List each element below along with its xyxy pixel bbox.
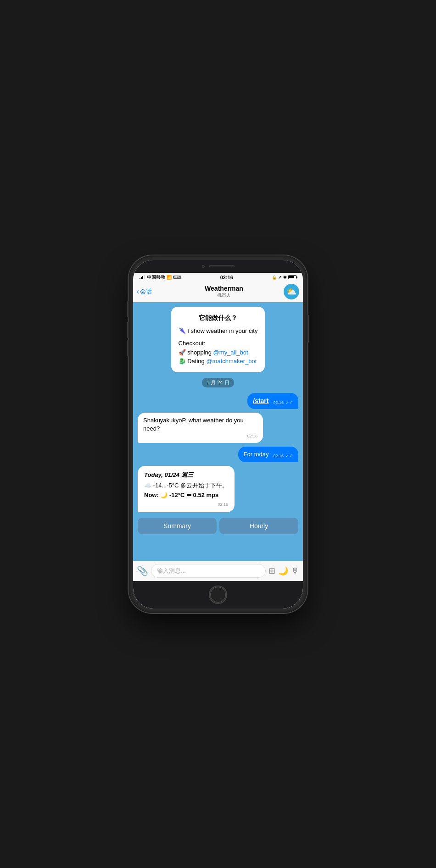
speaker-bar — [209, 265, 235, 267]
message-bubble-weather-query: ShakuyakukyoP, what weather do you need?… — [138, 413, 263, 443]
camera-dot — [202, 265, 205, 268]
signal-bar-2 — [141, 277, 142, 279]
summary-button[interactable]: Summary — [138, 518, 217, 534]
chat-title: Weatherman — [164, 285, 284, 293]
emoji-icon[interactable]: 🌙 — [278, 566, 288, 576]
time-display: 02:16 — [220, 275, 233, 280]
message-text-for-today: For today — [244, 450, 269, 459]
home-button[interactable] — [209, 586, 227, 604]
check-marks-for-today: ✓✓ — [285, 453, 293, 459]
navigation-bar: ‹ 会话 Weatherman 机器人 ⛅ — [133, 282, 303, 302]
nav-title-area: Weatherman 机器人 — [164, 285, 284, 299]
attach-icon[interactable]: 📎 — [137, 565, 148, 576]
input-placeholder: 输入消息... — [157, 567, 186, 575]
shopping-text: shopping — [187, 349, 213, 356]
phone-top-bar — [133, 260, 303, 273]
message-input[interactable]: 输入消息... — [151, 564, 266, 578]
message-time-for-today: 02:16 — [273, 453, 284, 459]
wifi-icon: 📶 — [167, 275, 172, 280]
back-label[interactable]: 会话 — [140, 287, 152, 296]
date-separator: 1 月 24 日 — [138, 378, 298, 387]
bluetooth-icon: ✱ — [283, 275, 287, 280]
message-time-start: 02:16 — [273, 400, 284, 406]
signal-bar-4 — [144, 275, 145, 279]
chat-area: 它能做什么？ 🌂 I show weather in your city Che… — [133, 302, 303, 561]
message-row-start: /start 02:16 ✓✓ — [138, 393, 298, 409]
battery-icon — [288, 275, 296, 279]
welcome-line1: 🌂 I show weather in your city — [179, 326, 258, 336]
bot-avatar-icon: ⛅ — [286, 287, 296, 297]
shopping-icon: 🚀 — [179, 349, 186, 356]
weather-now: Now: 🌙 -12°C ⬅ 0.52 mps — [144, 491, 228, 500]
dating-link[interactable]: @matchmaker_bot — [206, 358, 257, 365]
welcome-title: 它能做什么？ — [179, 313, 258, 323]
action-buttons: Summary Hourly — [138, 518, 298, 534]
message-bubble-for-today: For today 02:16 ✓✓ — [238, 447, 298, 462]
message-row-weather-query: ShakuyakukyoP, what weather do you need?… — [138, 413, 298, 443]
weather-temp: ☁️ -14...-5°C 多云开始于下午。 — [144, 481, 228, 491]
bot-avatar[interactable]: ⛅ — [284, 284, 299, 299]
phone-bottom-bar — [133, 581, 303, 608]
shopping-line: 🚀 shopping @my_ali_bot — [179, 348, 258, 357]
checkout-text: Checkout: — [179, 340, 206, 347]
lock-icon: 🔒 — [272, 275, 277, 280]
weather-time: 02:16 — [218, 501, 228, 508]
signal-bar-3 — [142, 276, 143, 279]
message-text-weather-query: ShakuyakukyoP, what weather do you need? — [143, 417, 244, 432]
dating-icon: 🐉 — [179, 358, 186, 365]
signal-bar-1 — [140, 278, 140, 279]
dating-text: Dating — [187, 358, 206, 365]
date-pill: 1 月 24 日 — [202, 378, 234, 387]
carrier-label: 中国移动 — [147, 274, 165, 281]
check-marks-start: ✓✓ — [285, 400, 293, 406]
checkout-label: Checkout: — [179, 339, 258, 348]
message-text-start: /start — [253, 397, 268, 406]
message-row-weather: Today, 01/24 週三 ☁️ -14...-5°C 多云开始于下午。 N… — [138, 466, 298, 512]
weather-title: Today, 01/24 週三 — [144, 470, 228, 480]
vpn-badge: VPN — [173, 276, 181, 279]
phone-device: 中国移动 📶 VPN 02:16 🔒 ↗ ✱ ‹ 会话 Weatherman — [129, 255, 307, 613]
battery-fill — [289, 276, 294, 278]
location-icon: ↗ — [278, 275, 282, 280]
home-button-inner — [210, 587, 226, 603]
message-bubble-start: /start 02:16 ✓✓ — [247, 393, 298, 409]
message-row-for-today: For today 02:16 ✓✓ — [138, 447, 298, 462]
shopping-link[interactable]: @my_ali_bot — [213, 349, 248, 356]
chat-subtitle: 机器人 — [164, 292, 284, 299]
dating-line: 🐉 Dating @matchmaker_bot — [179, 357, 258, 366]
chevron-left-icon: ‹ — [137, 287, 139, 296]
hourly-button[interactable]: Hourly — [219, 518, 298, 534]
signal-bars — [140, 275, 145, 279]
input-bar: 📎 输入消息... ⊞ 🌙 🎙 — [133, 561, 303, 581]
sticker-icon[interactable]: ⊞ — [268, 566, 275, 576]
weather-bubble: Today, 01/24 週三 ☁️ -14...-5°C 多云开始于下午。 N… — [138, 466, 235, 512]
status-bar: 中国移动 📶 VPN 02:16 🔒 ↗ ✱ — [133, 273, 303, 282]
back-button[interactable]: ‹ 会话 — [137, 287, 164, 296]
message-time-weather-query: 02:16 — [247, 433, 257, 439]
welcome-bubble: 它能做什么？ 🌂 I show weather in your city Che… — [171, 307, 265, 372]
mic-icon[interactable]: 🎙 — [291, 566, 299, 576]
